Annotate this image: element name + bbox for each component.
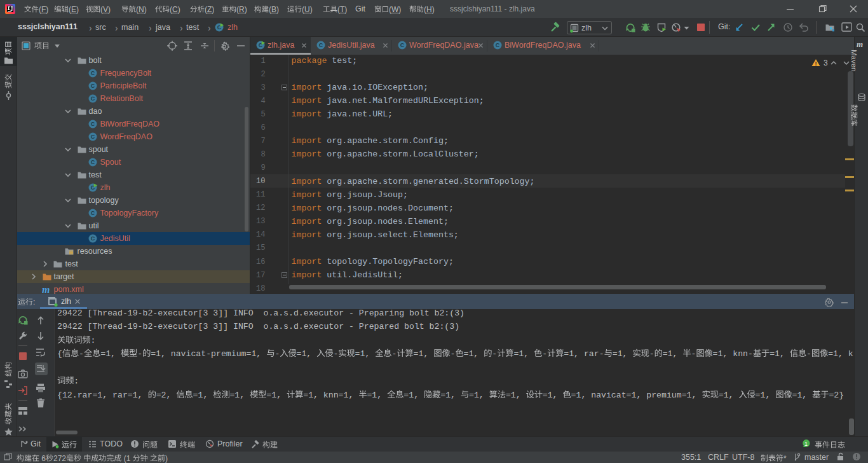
svg-text:-: - [542,349,547,359]
svg-text:C: C [319,42,323,48]
svg-text:6: 6 [39,454,46,463]
svg-text:=1,: =1, [403,390,424,400]
svg-text:=1, knn=1,: =1, knn=1, [303,390,358,400]
svg-text:C: C [91,95,95,102]
svg-text:{12.rar=1, rar=1,: {12.rar=1, rar=1, [57,390,147,400]
svg-text:272: 272 [53,454,66,463]
svg-text:1: 1 [804,441,808,447]
svg-text:C: C [91,134,95,140]
svg-text:=1,: =1, [506,390,526,400]
svg-text:-: - [391,349,397,359]
svg-text:=1,: =1, [355,349,376,359]
svg-text:{: { [57,349,62,359]
svg-text:-: - [275,349,280,359]
svg-text:): ) [165,454,168,463]
svg-text:(1: (1 [121,454,132,463]
svg-text:-: - [79,349,84,359]
svg-text:=1,: =1, [463,349,484,359]
svg-text:!: ! [815,60,817,67]
svg-text::: : [33,298,35,307]
svg-text:=1,: =1, [663,349,683,359]
svg-text:=1, k: =1, k [828,349,853,359]
svg-text:=1,: =1, [266,390,287,400]
svg-text:C: C [91,83,95,89]
svg-text:=1,: =1, [297,349,317,359]
svg-text:=1,: =1, [367,390,387,400]
svg-text:-: - [333,349,338,359]
svg-text:=1,: =1, [613,349,633,359]
svg-text:-: - [492,349,497,359]
svg-text:=1,: =1, [193,390,214,400]
svg-text:29422 [Thread-19-b2-executor[3: 29422 [Thread-19-b2-executor[3 3]] INFO … [57,322,459,331]
svg-text:=1, rar-: =1, rar- [564,349,604,359]
svg-text:-: - [450,349,455,359]
svg-text:m: m [42,284,50,294]
svg-text:=1, knn-: =1, knn- [713,349,753,359]
svg-text:=1,: =1, [100,349,121,359]
svg-text:C: C [91,210,95,216]
svg-text:=1,: =1, [719,390,739,400]
svg-text:=1,: =1, [229,390,250,400]
svg-text:29422 [Thread-19-b2-executor[3: 29422 [Thread-19-b2-executor[3 3]] INFO … [57,308,465,318]
svg-text:=1,: =1, [469,390,489,400]
svg-text:=1,: =1, [792,390,812,400]
svg-text:*: * [783,454,787,463]
svg-text:-: - [137,349,142,359]
svg-text:=1,: =1, [440,390,461,400]
svg-text:C: C [91,70,95,76]
svg-text:C: C [91,235,95,242]
svg-text::: : [74,377,79,386]
svg-text:=1,: =1, [414,349,434,359]
svg-text::: : [90,336,95,345]
svg-text:-: - [691,349,696,359]
svg-text:=1, navicat-premium=1,: =1, navicat-premium=1, [151,349,266,359]
svg-text:C: C [496,42,500,48]
svg-text:-: - [806,349,811,359]
svg-text:=2,: =2, [156,390,177,400]
svg-text:C: C [91,121,95,127]
svg-text:C: C [91,159,95,165]
svg-text:=1,: =1, [513,349,534,359]
svg-text:=2}: =2} [829,390,844,400]
svg-text:=1,: =1, [543,390,563,400]
svg-text:-: - [649,349,654,359]
svg-text:=1, navicat=1, premium=1,: =1, navicat=1, premium=1, [571,390,702,400]
svg-text:m: m [857,39,863,48]
svg-text:C: C [400,42,405,48]
svg-text:=1,: =1, [770,349,790,359]
svg-text:=1,: =1, [756,390,776,400]
